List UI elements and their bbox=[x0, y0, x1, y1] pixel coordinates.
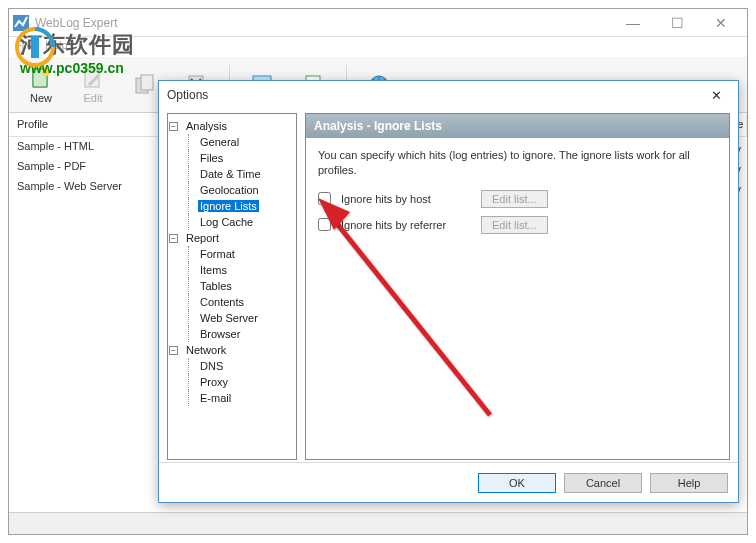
options-dialog: Options ✕ −Analysis General Files Date &… bbox=[158, 80, 739, 503]
collapse-icon[interactable]: − bbox=[169, 122, 178, 131]
menu-help[interactable]: Help bbox=[45, 39, 68, 51]
app-icon bbox=[13, 15, 29, 31]
statusbar bbox=[9, 512, 747, 534]
tree-report[interactable]: Report bbox=[184, 232, 221, 244]
dialog-close-button[interactable]: ✕ bbox=[702, 85, 730, 105]
cancel-button[interactable]: Cancel bbox=[564, 473, 642, 493]
collapse-icon[interactable]: − bbox=[169, 346, 178, 355]
ignore-host-checkbox[interactable] bbox=[318, 192, 331, 205]
dialog-footer: OK Cancel Help bbox=[159, 462, 738, 502]
options-panel: Analysis - Ignore Lists You can specify … bbox=[305, 113, 730, 460]
app-title: WebLog Expert bbox=[35, 16, 611, 30]
tree-general[interactable]: General bbox=[198, 136, 241, 148]
tree-datetime[interactable]: Date & Time bbox=[198, 168, 263, 180]
ignore-referrer-label[interactable]: Ignore hits by referrer bbox=[341, 219, 471, 231]
tree-proxy[interactable]: Proxy bbox=[198, 376, 230, 388]
options-tree[interactable]: −Analysis General Files Date & Time Geol… bbox=[167, 113, 297, 460]
collapse-icon[interactable]: − bbox=[169, 234, 178, 243]
edit-referrer-list-button: Edit list... bbox=[481, 216, 548, 234]
maximize-button[interactable]: ☐ bbox=[655, 9, 699, 37]
ignore-host-label[interactable]: Ignore hits by host bbox=[341, 193, 471, 205]
svg-rect-5 bbox=[141, 75, 153, 90]
panel-heading: Analysis - Ignore Lists bbox=[306, 114, 729, 138]
edit-label: Edit bbox=[84, 92, 103, 104]
edit-button: Edit bbox=[69, 61, 117, 109]
tree-log-cache[interactable]: Log Cache bbox=[198, 216, 255, 228]
new-icon bbox=[29, 66, 53, 90]
titlebar: WebLog Expert — ☐ ✕ bbox=[9, 9, 747, 37]
ok-button[interactable]: OK bbox=[478, 473, 556, 493]
tree-webserver[interactable]: Web Server bbox=[198, 312, 260, 324]
minimize-button[interactable]: — bbox=[611, 9, 655, 37]
new-label: New bbox=[30, 92, 52, 104]
menubar: File Help bbox=[9, 37, 747, 57]
menu-file[interactable]: File bbox=[15, 39, 33, 51]
tree-tables[interactable]: Tables bbox=[198, 280, 234, 292]
help-button[interactable]: Help bbox=[650, 473, 728, 493]
tree-network[interactable]: Network bbox=[184, 344, 228, 356]
dialog-titlebar: Options ✕ bbox=[159, 81, 738, 109]
new-button[interactable]: New bbox=[17, 61, 65, 109]
close-button[interactable]: ✕ bbox=[699, 9, 743, 37]
svg-point-2 bbox=[42, 68, 50, 76]
tree-ignore-lists[interactable]: Ignore Lists bbox=[198, 200, 259, 212]
dialog-title: Options bbox=[167, 88, 702, 102]
tree-email[interactable]: E-mail bbox=[198, 392, 233, 404]
tree-items[interactable]: Items bbox=[198, 264, 229, 276]
tree-browser[interactable]: Browser bbox=[198, 328, 242, 340]
tree-geolocation[interactable]: Geolocation bbox=[198, 184, 261, 196]
tree-format[interactable]: Format bbox=[198, 248, 237, 260]
ignore-referrer-checkbox[interactable] bbox=[318, 218, 331, 231]
edit-icon bbox=[81, 66, 105, 90]
tree-dns[interactable]: DNS bbox=[198, 360, 225, 372]
tree-files[interactable]: Files bbox=[198, 152, 225, 164]
tree-contents[interactable]: Contents bbox=[198, 296, 246, 308]
edit-host-list-button: Edit list... bbox=[481, 190, 548, 208]
tree-analysis[interactable]: Analysis bbox=[184, 120, 229, 132]
panel-description: You can specify which hits (log entries)… bbox=[318, 148, 717, 178]
copy-icon bbox=[133, 73, 157, 97]
